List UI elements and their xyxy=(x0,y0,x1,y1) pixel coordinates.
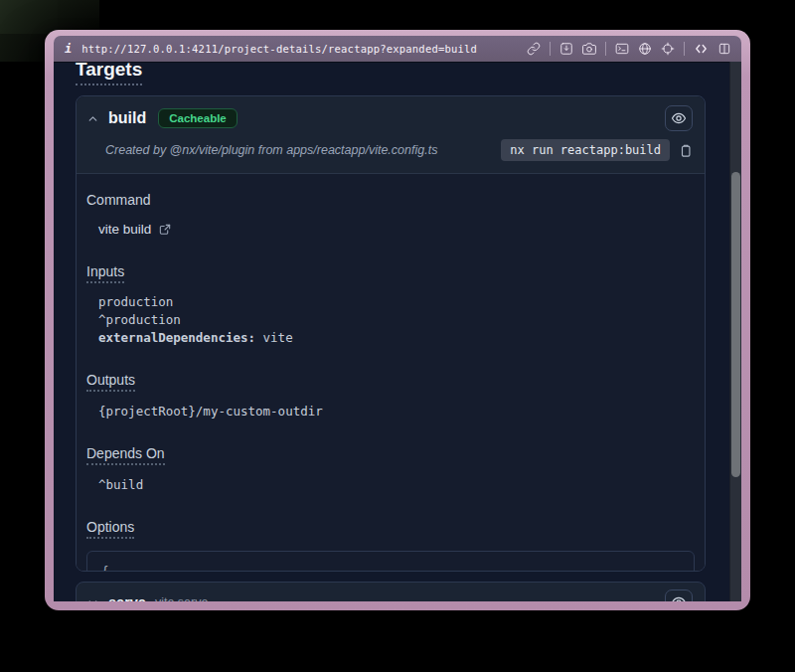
target-name: build xyxy=(108,109,146,127)
depends-on-label: Depends On xyxy=(86,445,165,465)
copy-command-button[interactable] xyxy=(679,143,693,158)
outputs-section: Outputs {projectRoot}/my-custom-outdir xyxy=(86,371,693,420)
link-icon[interactable] xyxy=(527,42,541,56)
toolbar-divider xyxy=(605,42,606,56)
inputs-section: Inputs production ^production externalDe… xyxy=(86,262,693,347)
copy-icon xyxy=(679,143,693,158)
input-dependency-key: externalDependencies: xyxy=(98,330,255,345)
scrollbar-thumb[interactable] xyxy=(731,172,740,477)
url-text[interactable]: http://127.0.0.1:4211/project-details/re… xyxy=(81,43,477,55)
command-label: Command xyxy=(86,192,151,208)
external-link-icon[interactable] xyxy=(158,223,172,237)
target-name: serve xyxy=(108,594,146,601)
outputs-label: Outputs xyxy=(86,372,135,392)
depends-on-section: Depends On ^build xyxy=(86,444,693,494)
serve-card-toggle[interactable]: serve vite serve xyxy=(77,583,705,601)
eye-icon xyxy=(671,110,687,126)
output-item: {projectRoot}/my-custom-outdir xyxy=(98,403,693,420)
browser-titlebar: i http://127.0.0.1:4211/project-details/… xyxy=(54,36,741,62)
browser-viewport: Targets build Cacheable xyxy=(54,62,741,601)
target-card-serve: serve vite serve xyxy=(76,582,706,601)
build-card-body: Command vite build Inputs xyxy=(77,174,705,572)
created-by-text: Created by @nx/vite/plugin from apps/rea… xyxy=(105,143,437,157)
target-card-build: build Cacheable Created by @nx/vite/plug… xyxy=(76,95,706,572)
depends-on-item: ^build xyxy=(98,476,693,494)
input-item: externalDependencies: vite xyxy=(98,329,693,347)
titlebar-toolbar xyxy=(527,42,731,56)
browser-window: i http://127.0.0.1:4211/project-details/… xyxy=(45,30,750,610)
terminal-icon[interactable] xyxy=(615,42,629,56)
options-json-block: { "cwd": "apps/reactapp" } xyxy=(86,551,695,572)
build-card-subheader: Created by @nx/vite/plugin from apps/rea… xyxy=(86,139,693,161)
code-icon[interactable] xyxy=(694,42,709,56)
inputs-label: Inputs xyxy=(86,263,124,283)
view-in-graph-button[interactable] xyxy=(665,105,693,131)
options-label: Options xyxy=(86,519,134,539)
split-view-icon[interactable] xyxy=(717,42,731,56)
run-command-chip: nx run reactapp:build xyxy=(501,139,670,161)
toolbar-divider xyxy=(550,42,551,56)
scrollbar[interactable] xyxy=(729,62,741,601)
page-title: Targets xyxy=(76,62,142,85)
project-details-page: Targets build Cacheable xyxy=(54,62,729,601)
json-open-brace: { xyxy=(101,563,680,572)
eye-icon xyxy=(671,594,687,601)
cacheable-badge: Cacheable xyxy=(158,108,238,128)
view-in-graph-button[interactable] xyxy=(665,589,693,601)
chevron-up-icon[interactable] xyxy=(86,112,99,125)
globe-icon[interactable] xyxy=(638,42,652,56)
target-icon[interactable] xyxy=(661,42,675,56)
info-icon: i xyxy=(65,42,72,56)
chevron-down-icon[interactable] xyxy=(86,596,99,602)
target-summary: vite serve xyxy=(155,595,209,601)
command-value: vite build xyxy=(98,222,151,237)
options-section: Options { "cwd": "apps/reactapp" } xyxy=(86,518,693,572)
build-card-toggle[interactable]: build Cacheable xyxy=(86,105,693,131)
import-frame-icon[interactable] xyxy=(559,42,573,56)
desktop-background: i http://127.0.0.1:4211/project-details/… xyxy=(0,0,795,672)
input-item: ^production xyxy=(98,311,693,329)
build-card-header: build Cacheable Created by @nx/vite/plug… xyxy=(77,96,705,174)
input-dependency-value: vite xyxy=(255,330,293,345)
toolbar-divider xyxy=(684,42,685,56)
input-item: production xyxy=(98,293,693,311)
command-section: Command vite build xyxy=(86,191,693,237)
camera-icon[interactable] xyxy=(582,42,596,56)
